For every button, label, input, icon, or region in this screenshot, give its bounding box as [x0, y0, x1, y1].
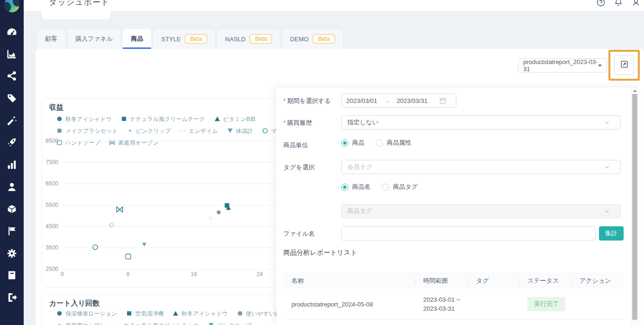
sidebar-item-rocket-icon[interactable] [6, 137, 18, 148]
panel-scrollbar[interactable] [631, 87, 637, 325]
column-header: 名称 [283, 272, 415, 289]
table-row[interactable]: productstatreport_2024-05-082023-03-01 ~… [283, 289, 624, 320]
data-point-triangle-down[interactable] [142, 241, 147, 249]
sidebar-item-tag-icon[interactable] [6, 93, 18, 104]
sidebar-item-dashboard-icon[interactable] [6, 26, 18, 37]
data-point-triangle-up[interactable] [226, 204, 231, 213]
y-axis-tick: 6500 [42, 180, 58, 187]
legend-item[interactable]: ナチュラル風クリームチーク [115, 322, 199, 325]
radio-unit-商品[interactable]: 商品 [341, 139, 364, 147]
sidebar [0, 0, 24, 325]
expand-button[interactable] [614, 55, 634, 75]
radio-nametag-商品名[interactable]: 商品名 [341, 183, 371, 191]
purchase-history-value: 指定しない [347, 118, 379, 127]
tab-商品[interactable]: 商品 [122, 28, 152, 49]
legend-item[interactable]: 保湿修復ローション [56, 310, 117, 318]
legend-item[interactable]: 秋冬アイシャドウ [172, 310, 228, 318]
data-point-cross-dots[interactable] [208, 214, 213, 223]
circle-marker-icon [237, 310, 243, 318]
data-point-bowtie[interactable] [116, 205, 124, 215]
bell-icon[interactable] [614, 0, 623, 8]
radio-button-icon [382, 184, 389, 191]
caret-down-icon [598, 65, 602, 67]
sidebar-item-package-icon[interactable] [6, 203, 18, 214]
tab-DEMO[interactable]: DEMOBeta [281, 28, 344, 49]
legend-item[interactable]: ピンクリップ [208, 322, 252, 325]
triangle-up-marker-icon [172, 310, 179, 318]
tab-購入ファネル[interactable]: 購入ファネル [67, 28, 121, 49]
aggregate-button[interactable]: 集計 [599, 226, 624, 241]
legend-item[interactable]: 家庭用オーブン [56, 322, 106, 325]
sidebar-item-user-icon[interactable] [6, 181, 18, 193]
sidebar-item-analytics-icon[interactable] [6, 48, 18, 60]
app-logo-icon[interactable] [4, 0, 19, 12]
tab-bar: 顧客購入ファネル商品STYLEBetaNASLDBetaDEMOBeta [36, 28, 344, 49]
y-axis-tick: 3500 [42, 244, 58, 251]
tag-select-label: タグを選択 [283, 163, 315, 172]
radio-button-icon [376, 139, 383, 147]
beta-badge: Beta [313, 34, 335, 44]
column-header: 時間範囲 [415, 272, 468, 289]
data-point-diamond[interactable] [109, 222, 115, 230]
report-select-value: productstatreport_2023-03-31 [523, 58, 598, 73]
sidebar-item-magic-wand-icon[interactable] [6, 115, 18, 126]
sidebar-item-settings-icon[interactable] [6, 248, 18, 259]
radio-label: 商品名 [352, 183, 371, 191]
radio-nametag-商品タグ[interactable]: 商品タグ [382, 183, 418, 191]
radio-label: 商品 [352, 139, 364, 147]
file-name-label: ファイル名 [283, 230, 315, 238]
radio-button-icon [341, 139, 348, 147]
legend-item[interactable]: 空気清浄機 [126, 310, 163, 318]
sidebar-item-book-icon[interactable] [6, 269, 18, 281]
sidebar-item-logout-icon[interactable] [6, 292, 18, 303]
data-point-circle-open[interactable] [92, 244, 99, 252]
tab-label: 購入ファネル [75, 35, 113, 43]
tab-label: 顧客 [45, 35, 57, 43]
purchase-history-select[interactable]: 指定しない [341, 115, 621, 130]
radio-unit-商品属性[interactable]: 商品属性 [376, 139, 411, 147]
user-icon[interactable] [631, 0, 641, 8]
radio-label: 商品属性 [387, 139, 411, 147]
date-start: 2023/03/01 [346, 97, 377, 104]
sidebar-item-share-icon[interactable] [6, 70, 18, 82]
data-point-square-open[interactable] [125, 253, 132, 262]
y-axis-tick: 2500 [42, 266, 58, 272]
square-marker-icon [126, 310, 132, 318]
tab-STYLE[interactable]: STYLEBeta [153, 28, 216, 49]
scrollbar-thumb[interactable] [632, 94, 637, 320]
y-axis-tick: 4500 [42, 223, 58, 230]
file-name-input[interactable] [341, 226, 596, 241]
legend-label: 家庭用オーブン [65, 322, 106, 325]
product-unit-radio-group: 商品商品属性 [341, 139, 411, 147]
circle-marker-icon [56, 310, 63, 318]
legend-label: 空気清浄機 [135, 310, 163, 318]
column-header: ステータス [519, 272, 571, 289]
x-axis-tick: 8 [127, 271, 130, 278]
help-icon[interactable] [596, 0, 606, 8]
tab-顧客[interactable]: 顧客 [36, 28, 66, 49]
report-settings-panel: *期間を選択する 2023/03/01 → 2023/03/31 *購買履歴 指… [276, 87, 637, 325]
tab-label: 商品 [131, 35, 143, 43]
date-range-input[interactable]: 2023/03/01 → 2023/03/31 [341, 93, 456, 108]
legend-label: ピンクリップ [217, 322, 252, 325]
x-axis-tick: 24 [256, 271, 263, 278]
scrollbar-up-arrow-icon[interactable] [632, 87, 638, 94]
tab-NASLD[interactable]: NASLDBeta [217, 28, 281, 49]
product-tag-select-disabled[interactable]: 商品タグ [341, 204, 621, 218]
member-tag-select[interactable]: 会員タグ [341, 160, 621, 174]
app-window: ダッシュボード 顧客購入ファネル商品STYLEBetaNASLDBetaDEMO… [0, 0, 644, 325]
product-tag-placeholder: 商品タグ [347, 207, 372, 215]
column-header: タグ [468, 272, 519, 289]
chart-title: カート入り回数 [49, 299, 100, 308]
required-mark: * [283, 97, 286, 104]
table-header-row: 名称時間範囲タグステータスアクション [283, 272, 624, 289]
report-select[interactable]: productstatreport_2023-03-31 [518, 58, 607, 73]
y-axis-tick: 8500 [42, 138, 58, 144]
sidebar-item-flag-icon[interactable] [6, 225, 18, 237]
product-unit-label: 商品単位 [283, 141, 308, 149]
sidebar-item-bar-chart-icon[interactable] [6, 159, 18, 170]
purchase-history-label: *購買履歴 [283, 119, 312, 127]
report-list-title: 商品分析レポートリスト [283, 249, 357, 257]
data-point-circle[interactable] [216, 208, 221, 217]
dash-marker-icon [115, 322, 121, 325]
